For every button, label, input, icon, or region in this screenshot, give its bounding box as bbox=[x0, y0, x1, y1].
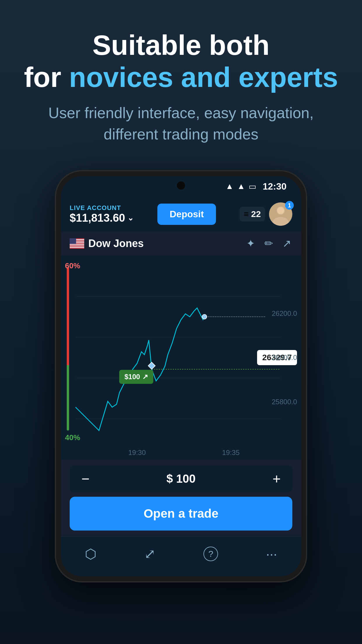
svg-marker-19 bbox=[148, 362, 155, 369]
rank-number: 22 bbox=[251, 209, 261, 219]
notification-badge: 1 bbox=[285, 201, 294, 210]
open-trade-button[interactable]: Open a trade bbox=[70, 497, 292, 531]
increase-amount-button[interactable]: + bbox=[267, 468, 287, 489]
svg-rect-9 bbox=[70, 246, 84, 246]
svg-rect-8 bbox=[70, 244, 84, 245]
svg-point-3 bbox=[277, 207, 284, 214]
phone-mockup: ▲ ▲ ▭ 12:30 LIVE ACCOUNT $11,813.60 ⌄ De… bbox=[56, 171, 306, 582]
trend-tool-button[interactable]: ↗ bbox=[281, 236, 292, 251]
decrease-amount-button[interactable]: − bbox=[75, 468, 95, 489]
compass-tool-button[interactable]: ✦ bbox=[245, 236, 256, 251]
svg-rect-10 bbox=[70, 247, 84, 248]
more-icon: ··· bbox=[266, 546, 277, 562]
time-labels: 19:30 19:35 bbox=[90, 449, 278, 457]
avatar-wrapper[interactable]: 1 bbox=[269, 202, 292, 226]
header-section: Suitable both for novices and experts Us… bbox=[0, 0, 362, 162]
us-flag bbox=[70, 238, 84, 249]
chart-area[interactable]: 60% 40% bbox=[61, 256, 301, 460]
instrument-bar: Dow Jones ✦ ✏ ↗ bbox=[61, 232, 301, 256]
volume-red bbox=[67, 267, 69, 365]
volume-green bbox=[67, 365, 69, 430]
home-icon: ⬡ bbox=[85, 546, 96, 562]
camera-cutout bbox=[177, 181, 185, 190]
nav-home[interactable]: ⬡ bbox=[73, 544, 108, 566]
trade-arrow: ↗ bbox=[142, 373, 148, 381]
headline-blue: novices and experts bbox=[69, 62, 338, 93]
status-time: 12:30 bbox=[263, 181, 287, 192]
y-label-2: 26200.0 bbox=[272, 309, 297, 318]
account-info: LIVE ACCOUNT $11,813.60 ⌄ bbox=[70, 204, 134, 224]
headline: Suitable both for novices and experts bbox=[23, 29, 339, 94]
rank-icon: ≡ bbox=[244, 209, 249, 219]
rank-badge: ≡ 22 bbox=[240, 207, 265, 221]
account-balance: $11,813.60 ⌄ bbox=[70, 212, 134, 224]
status-icons: ▲ ▲ ▭ 12:30 bbox=[226, 181, 287, 192]
time-label-1: 19:30 bbox=[128, 449, 146, 457]
headline-line2-prefix: for bbox=[24, 62, 69, 93]
deposit-button[interactable]: Deposit bbox=[157, 204, 216, 225]
amount-value: $ 100 bbox=[95, 472, 267, 485]
y-label-4: 25800.0 bbox=[272, 398, 297, 406]
signal-icon: ▲ bbox=[237, 182, 245, 191]
phone-outer: ▲ ▲ ▭ 12:30 LIVE ACCOUNT $11,813.60 ⌄ De… bbox=[56, 171, 306, 582]
status-bar: ▲ ▲ ▭ 12:30 bbox=[61, 176, 301, 197]
account-label: LIVE ACCOUNT bbox=[70, 204, 134, 212]
amount-row: − $ 100 + bbox=[70, 466, 292, 492]
percentage-top-label: 60% bbox=[65, 261, 80, 270]
help-icon: ? bbox=[203, 547, 218, 561]
nav-trade[interactable]: ⤢ bbox=[133, 544, 167, 566]
trade-controls: − $ 100 + Open a trade bbox=[61, 460, 301, 536]
app-header: LIVE ACCOUNT $11,813.60 ⌄ Deposit ≡ 22 bbox=[61, 197, 301, 232]
draw-tool-button[interactable]: ✏ bbox=[263, 236, 274, 251]
svg-rect-11 bbox=[70, 238, 76, 244]
bottom-nav: ⬡ ⤢ ? ··· bbox=[61, 536, 301, 576]
instrument-name: Dow Jones bbox=[88, 237, 241, 250]
volume-bar bbox=[67, 267, 69, 430]
time-label-2: 19:35 bbox=[222, 449, 240, 457]
nav-more[interactable]: ··· bbox=[254, 544, 289, 566]
balance-chevron[interactable]: ⌄ bbox=[127, 214, 134, 223]
y-label-3: 26000.0 bbox=[272, 354, 297, 362]
tool-icons: ✦ ✏ ↗ bbox=[245, 236, 292, 251]
flag-icon bbox=[70, 238, 84, 249]
user-area: ≡ 22 1 bbox=[240, 202, 292, 226]
header-subtitle: User friendly interface, easy navigation… bbox=[23, 102, 339, 145]
percentage-bottom-label: 40% bbox=[65, 433, 80, 442]
balance-value: $11,813.60 bbox=[70, 212, 125, 224]
battery-icon: ▭ bbox=[249, 182, 256, 191]
phone-screen: ▲ ▲ ▭ 12:30 LIVE ACCOUNT $11,813.60 ⌄ De… bbox=[61, 176, 301, 576]
trade-icon: ⤢ bbox=[144, 546, 156, 562]
trade-marker: $100 ↗ bbox=[119, 370, 153, 384]
trade-amount: $100 bbox=[124, 373, 140, 381]
y-axis-labels: 26200.0 26000.0 25800.0 bbox=[272, 256, 297, 460]
nav-help[interactable]: ? bbox=[192, 544, 230, 565]
headline-line1: Suitable both bbox=[92, 29, 270, 61]
wifi-icon: ▲ bbox=[226, 182, 234, 191]
